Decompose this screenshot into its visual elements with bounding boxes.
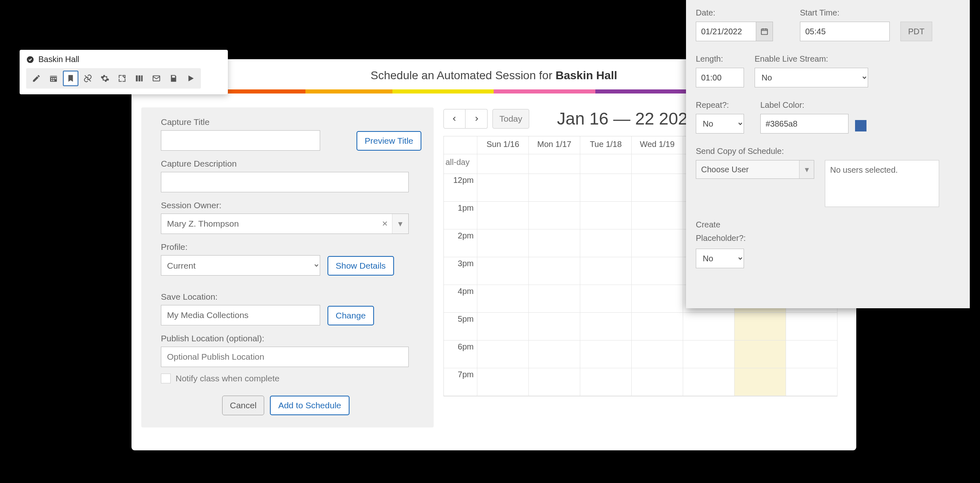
calendar-cell[interactable] (632, 257, 683, 285)
calendar-cell[interactable] (580, 257, 632, 285)
label-color-input[interactable] (760, 114, 849, 134)
start-time-label: Start Time: (800, 8, 890, 18)
svg-rect-2 (50, 76, 57, 78)
gear-icon[interactable] (97, 71, 113, 86)
notify-checkbox[interactable] (161, 374, 171, 383)
calendar-picker-icon[interactable] (756, 22, 773, 41)
live-stream-select[interactable]: No (755, 68, 868, 87)
choose-user-placeholder: Choose User (701, 165, 749, 174)
svg-rect-10 (138, 76, 140, 82)
svg-rect-5 (55, 78, 56, 79)
preview-title-button[interactable]: Preview Title (356, 131, 421, 151)
prev-week-button[interactable] (443, 109, 466, 129)
live-stream-label: Enable Live Stream: (755, 54, 868, 64)
calendar-cell[interactable] (632, 313, 683, 341)
allday-label: all-day (444, 154, 477, 174)
external-link-icon[interactable] (114, 71, 130, 86)
unlink-icon[interactable] (80, 71, 96, 86)
mail-icon[interactable] (149, 71, 164, 86)
calendar-cell[interactable] (529, 313, 580, 341)
calendar-cell[interactable] (580, 341, 632, 368)
session-owner-value: Mary Z. Thompson (167, 219, 239, 229)
calendar-cell[interactable] (632, 174, 683, 202)
save-location-input[interactable] (161, 305, 320, 325)
cancel-button[interactable]: Cancel (222, 396, 264, 415)
start-time-input[interactable] (800, 22, 890, 41)
timezone-button[interactable]: PDT (900, 22, 932, 41)
calendar-cell[interactable] (632, 341, 683, 368)
calendar-cell[interactable] (580, 368, 632, 396)
calendar-cell[interactable] (786, 313, 837, 341)
calendar-cell[interactable] (529, 257, 580, 285)
capture-desc-input[interactable] (161, 172, 409, 192)
calendar-cell[interactable] (632, 202, 683, 229)
profile-select[interactable]: Current (161, 255, 320, 276)
hour-label: 3pm (444, 257, 477, 285)
day-header: Tue 1/18 (580, 136, 632, 154)
hour-label: 5pm (444, 313, 477, 341)
create-placeholder-label-2: Placeholder?: (696, 234, 753, 243)
create-placeholder-select[interactable]: No (696, 249, 744, 268)
page-title-room: Baskin Hall (556, 69, 617, 82)
calendar-cell[interactable] (683, 341, 735, 368)
calendar-cell[interactable] (632, 285, 683, 313)
svg-rect-6 (51, 80, 53, 81)
repeat-select[interactable]: No (696, 114, 744, 134)
session-owner-combo[interactable]: Mary Z. Thompson ✕ ▾ (161, 214, 409, 234)
bookmark-icon[interactable] (63, 71, 78, 86)
clear-icon[interactable]: ✕ (378, 219, 392, 228)
calendar-cell[interactable] (529, 368, 580, 396)
chevron-down-icon[interactable]: ▾ (799, 160, 814, 178)
chevron-down-icon[interactable]: ▾ (392, 214, 408, 234)
hour-label: 1pm (444, 202, 477, 229)
color-swatch[interactable] (855, 120, 866, 131)
calendar-cell[interactable] (477, 368, 529, 396)
calendar-cell[interactable] (529, 202, 580, 229)
calendar-cell[interactable] (529, 174, 580, 202)
calendar-cell[interactable] (683, 313, 735, 341)
calendar-cell[interactable] (580, 285, 632, 313)
calendar-cell[interactable] (786, 341, 837, 368)
calendar-cell[interactable] (477, 341, 529, 368)
svg-rect-7 (53, 80, 54, 81)
play-icon[interactable] (183, 71, 198, 86)
length-input[interactable] (696, 68, 744, 87)
calendar-cell[interactable] (735, 341, 786, 368)
columns-icon[interactable] (131, 71, 147, 86)
next-week-button[interactable] (466, 109, 488, 129)
calendar-grid-icon[interactable] (46, 71, 61, 86)
today-button[interactable]: Today (492, 109, 529, 129)
calendar-cell[interactable] (477, 285, 529, 313)
date-input[interactable] (696, 22, 756, 41)
calendar-cell[interactable] (529, 341, 580, 368)
calendar-cell[interactable] (683, 368, 735, 396)
calendar-cell[interactable] (477, 313, 529, 341)
calendar-cell[interactable] (786, 368, 837, 396)
choose-user-combo[interactable]: Choose User ▾ (696, 160, 814, 179)
calendar-cell[interactable] (632, 368, 683, 396)
change-button[interactable]: Change (327, 306, 374, 325)
publish-location-input[interactable] (161, 347, 409, 367)
calendar-cell[interactable] (632, 229, 683, 257)
svg-rect-4 (53, 78, 54, 79)
show-details-button[interactable]: Show Details (327, 256, 394, 276)
publish-location-label: Publish Location (optional): (161, 334, 421, 343)
calendar-cell[interactable] (529, 285, 580, 313)
calendar-cell[interactable] (580, 313, 632, 341)
save-disk-icon[interactable] (166, 71, 181, 86)
add-to-schedule-button[interactable]: Add to Schedule (270, 396, 349, 415)
calendar-cell[interactable] (735, 313, 786, 341)
calendar-cell[interactable] (529, 229, 580, 257)
repeat-label: Repeat?: (696, 100, 744, 110)
calendar-cell[interactable] (477, 229, 529, 257)
calendar-cell[interactable] (580, 229, 632, 257)
calendar-cell[interactable] (477, 174, 529, 202)
capture-title-input[interactable] (161, 130, 320, 151)
calendar-cell[interactable] (580, 202, 632, 229)
edit-icon[interactable] (29, 71, 44, 86)
calendar-cell[interactable] (735, 368, 786, 396)
page-title-prefix: Schedule an Automated Session for (371, 69, 556, 82)
calendar-cell[interactable] (477, 257, 529, 285)
calendar-cell[interactable] (580, 174, 632, 202)
calendar-cell[interactable] (477, 202, 529, 229)
